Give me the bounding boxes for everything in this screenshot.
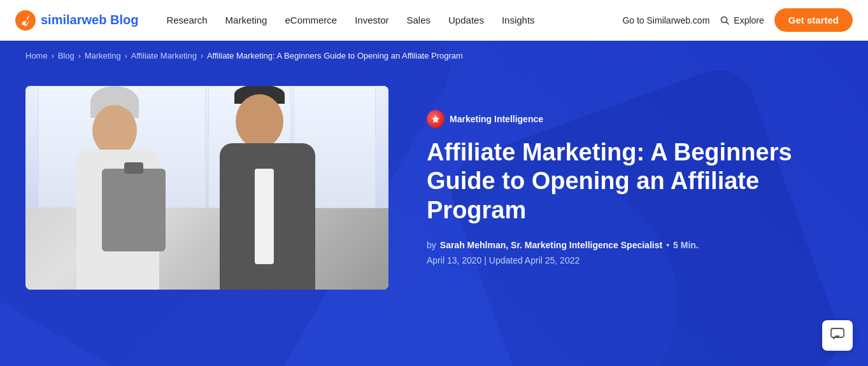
category-icon: [427, 110, 445, 128]
get-started-button[interactable]: Get started: [774, 8, 853, 32]
article-date: April 13, 2020 | Updated April 25, 2022: [427, 255, 843, 265]
read-time: 5 Min.: [673, 240, 699, 250]
author-info: by Sarah Mehlman, Sr. Marketing Intellig…: [427, 240, 843, 250]
logo-icon: [15, 10, 36, 31]
clipboard-prop: [102, 169, 166, 251]
explore-button[interactable]: Explore: [720, 15, 764, 25]
breadcrumb-blog[interactable]: Blog: [58, 51, 75, 60]
category-label: Marketing Intelligence: [450, 114, 543, 124]
nav-item-insights[interactable]: Insights: [494, 10, 543, 31]
nav-item-marketing[interactable]: Marketing: [218, 10, 275, 31]
explore-label: Explore: [734, 15, 764, 25]
person2-head: [236, 94, 283, 148]
nav-item-updates[interactable]: Updates: [441, 10, 492, 31]
nav-item-sales[interactable]: Sales: [399, 10, 439, 31]
breadcrumb-sep-0: ›: [52, 52, 54, 60]
hero-content: Marketing Intelligence Affiliate Marketi…: [0, 71, 868, 315]
article-meta: Marketing Intelligence Affiliate Marketi…: [427, 110, 843, 266]
logo-text: similarweb Blog: [41, 13, 138, 27]
site-header: similarweb Blog Research Marketing eComm…: [0, 0, 868, 41]
chat-icon: [830, 326, 845, 345]
dot-separator: •: [666, 240, 669, 250]
hero-section: Home › Blog › Marketing › Affiliate Mark…: [0, 41, 868, 366]
breadcrumb-home[interactable]: Home: [25, 51, 48, 60]
search-icon: [720, 15, 730, 25]
person2-body: [220, 143, 315, 290]
go-to-similarweb-link[interactable]: Go to Similarweb.com: [622, 15, 709, 25]
nav-item-research[interactable]: Research: [159, 10, 215, 31]
breadcrumb-article: Affiliate Marketing: A Beginners Guide t…: [207, 51, 463, 60]
breadcrumb-sep-3: ›: [201, 52, 203, 60]
nav-item-investor[interactable]: Investor: [347, 10, 396, 31]
chat-widget[interactable]: [822, 320, 853, 351]
svg-line-2: [727, 22, 729, 24]
article-hero-image: [25, 86, 388, 290]
category-badge: Marketing Intelligence: [427, 110, 843, 128]
breadcrumb-affiliate-marketing[interactable]: Affiliate Marketing: [131, 51, 197, 60]
nav-item-ecommerce[interactable]: eCommerce: [277, 10, 345, 31]
breadcrumb-marketing[interactable]: Marketing: [85, 51, 121, 60]
breadcrumb-sep-2: ›: [125, 52, 127, 60]
clipboard-clip: [124, 162, 143, 174]
main-nav: Research Marketing eCommerce Investor Sa…: [159, 10, 622, 31]
person2-shirt: [255, 169, 274, 264]
breadcrumb-sep-1: ›: [78, 52, 81, 60]
person1-head: [92, 105, 137, 156]
person-2: [210, 92, 338, 290]
breadcrumb: Home › Blog › Marketing › Affiliate Mark…: [0, 41, 868, 71]
header-right: Go to Similarweb.com Explore Get started: [622, 8, 853, 32]
author-name: Sarah Mehlman, Sr. Marketing Intelligenc…: [440, 240, 662, 250]
logo[interactable]: similarweb Blog: [15, 10, 138, 31]
author-prefix: by: [427, 240, 436, 250]
article-title: Affiliate Marketing: A Beginners Guide t…: [427, 138, 843, 225]
svg-point-0: [15, 10, 36, 31]
image-placeholder: [25, 86, 388, 290]
